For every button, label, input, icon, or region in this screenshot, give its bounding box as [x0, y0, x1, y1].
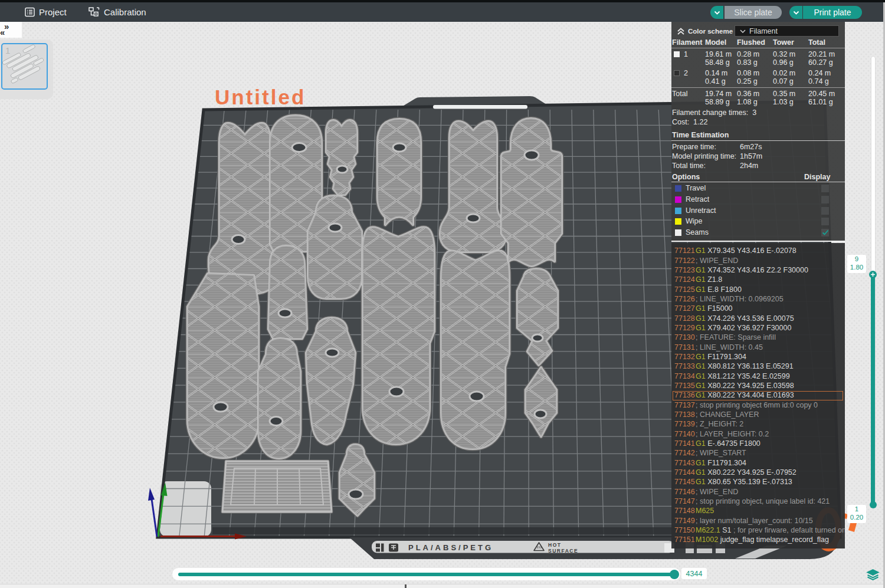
svg-text:HOT: HOT [548, 542, 561, 548]
svg-text:SURFACE: SURFACE [548, 548, 578, 554]
svg-text:Untitled: Untitled [215, 86, 306, 109]
svg-text:PLA/ABS/PETG: PLA/ABS/PETG [408, 543, 493, 552]
